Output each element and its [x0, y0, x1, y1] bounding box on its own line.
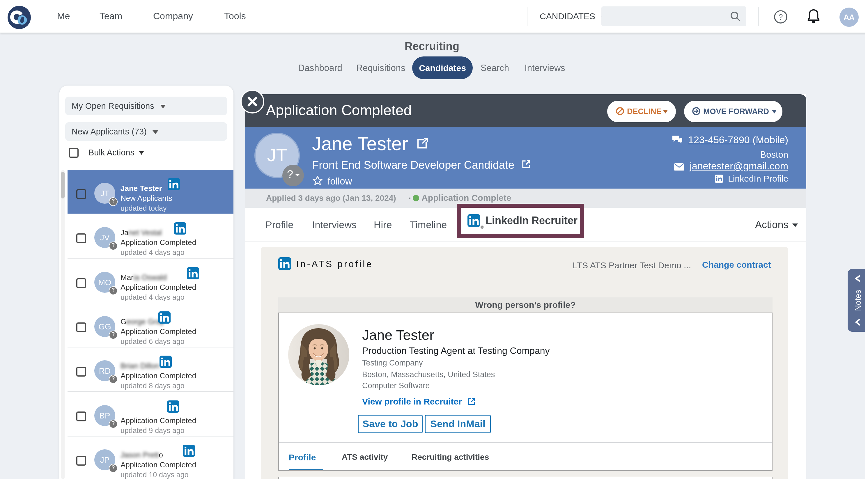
svg-text:?: ?: [778, 13, 783, 22]
